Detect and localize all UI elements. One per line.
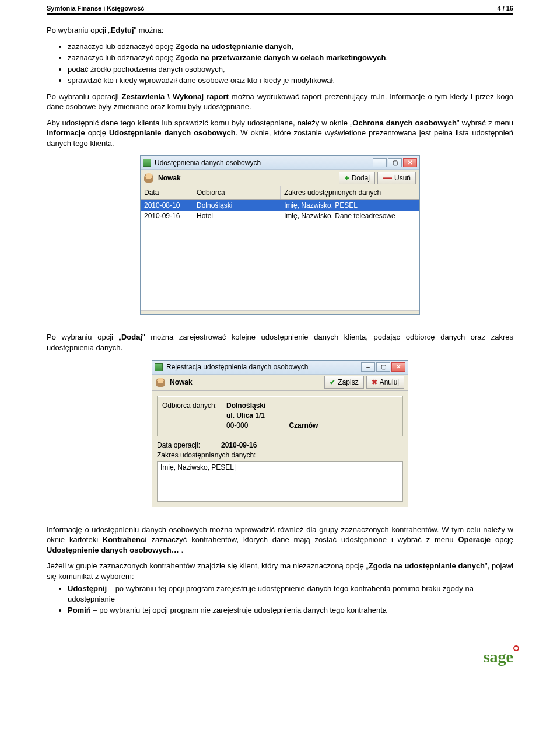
value-address: ul. Ulica 1/1 (226, 411, 265, 420)
app-icon (143, 159, 151, 167)
plus-icon: + (344, 173, 349, 183)
app-icon (155, 363, 163, 371)
window-title: Rejestracja udostępnienia danych osobowy… (166, 363, 361, 371)
col-data[interactable]: Data (141, 186, 193, 199)
table-row[interactable]: 2010-08-10 Dolnośląski Imię, Nazwisko, P… (141, 200, 419, 211)
intro-bullets: zaznaczyć lub odznaczyć opcję Zgoda na u… (47, 41, 513, 86)
intro-p2: Po wybraniu operacji Zestawienia \ Wykon… (47, 92, 513, 112)
scope-textbox[interactable]: Imię, Naziwsko, PESEL| (157, 461, 403, 502)
value-zip: 00-000 (226, 421, 248, 429)
header-rule (47, 13, 513, 15)
value-city: Czarnów (289, 421, 318, 429)
sage-logo: sage (484, 648, 513, 666)
label-scope: Zakres udostępnianych danych: (157, 451, 256, 459)
intro-p3: Aby udostępnić dane tego klienta lub spr… (47, 118, 513, 149)
person-icon (156, 378, 165, 387)
label-date: Data operacji: (157, 441, 221, 449)
grid-body[interactable]: 2010-08-10 Dolnośląski Imię, Nazwisko, P… (141, 200, 419, 310)
save-button[interactable]: ✔ Zapisz (324, 376, 363, 389)
close-button[interactable]: ✕ (391, 362, 405, 372)
close-button[interactable]: ✕ (403, 158, 417, 167)
logo-dot-icon (513, 645, 519, 651)
tail-p1: Informację o udostępnieniu danych osobow… (47, 525, 513, 556)
maximize-button[interactable]: ▢ (376, 362, 390, 372)
person-name: Nowak (170, 378, 322, 386)
value-odbiorca[interactable]: Dolnośląski (226, 401, 265, 410)
tail-bullets: Udostępnij – po wybraniu tej opcji progr… (47, 584, 513, 616)
table-row[interactable]: 2010-09-16 Hotel Imię, Nazwisko, Dane te… (141, 211, 419, 221)
label-odbiorca: Odbiorca danych: (162, 401, 226, 410)
col-zakres[interactable]: Zakres udostępnionych danych (281, 186, 419, 199)
value-date[interactable]: 2010-09-16 (221, 441, 257, 449)
person-icon (144, 173, 153, 183)
add-button[interactable]: + Dodaj (339, 172, 375, 184)
delete-button[interactable]: — Usuń (377, 172, 416, 184)
minimize-button[interactable]: – (361, 362, 375, 372)
col-odbiorca[interactable]: Odbiorca (193, 186, 281, 199)
x-icon: ✖ (372, 378, 377, 386)
titlebar[interactable]: Udostępnienia danych osobowych – ▢ ✕ (141, 156, 419, 170)
titlebar[interactable]: Rejestracja udostępnienia danych osobowy… (152, 361, 408, 375)
window-title: Udostępnienia danych osobowych (155, 159, 373, 167)
intro-p1: Po wybraniu opcji „Edytuj" można: (47, 25, 513, 36)
check-icon: ✔ (330, 378, 335, 386)
tail-p2: Jeżeli w grupie zaznaczonych kontrahentó… (47, 561, 513, 581)
window-rejestracja: Rejestracja udostępnienia danych osobowy… (152, 360, 408, 507)
page-number: 4 / 16 (497, 5, 513, 12)
recipient-fieldset: Odbiorca danych: Dolnośląski ul. Ulica 1… (157, 396, 403, 436)
maximize-button[interactable]: ▢ (388, 158, 402, 167)
cancel-button[interactable]: ✖ Anuluj (366, 376, 404, 389)
minus-icon: — (383, 176, 392, 180)
window-udostepnienia: Udostępnienia danych osobowych – ▢ ✕ Now… (140, 155, 420, 315)
minimize-button[interactable]: – (373, 158, 387, 167)
mid-paragraph: Po wybraniu opcji „Dodaj" można zarejest… (47, 332, 513, 352)
person-name: Nowak (158, 174, 337, 182)
grid-header: Data Odbiorca Zakres udostępnionych dany… (141, 186, 419, 200)
doc-title: Symfonia Finanse i Księgowość (47, 5, 145, 12)
